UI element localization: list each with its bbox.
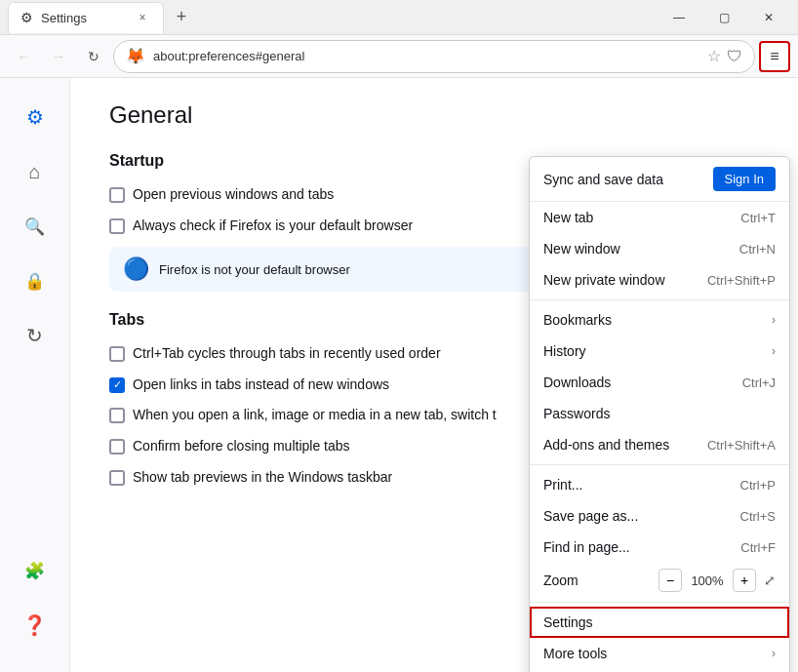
shield-icon[interactable]: 🛡	[727, 48, 742, 65]
downloads-label: Downloads	[543, 375, 611, 390]
menu-item-history[interactable]: History ›	[530, 336, 789, 367]
settings-tab-label: Settings	[41, 11, 87, 25]
default-browser-checkbox[interactable]	[109, 218, 125, 234]
menu-item-more-tools[interactable]: More tools ›	[530, 638, 789, 669]
default-browser-label: Always check if Firefox is your default …	[133, 217, 413, 236]
menu-item-find[interactable]: Find in page... Ctrl+F	[530, 532, 789, 563]
open-links-label: Open links in tabs instead of new window…	[133, 376, 389, 395]
settings-tab[interactable]: ⚙ Settings ×	[8, 2, 164, 33]
sidebar-item-help[interactable]: ❓	[12, 602, 59, 649]
menu-item-new-tab[interactable]: New tab Ctrl+T	[530, 202, 789, 233]
print-shortcut: Ctrl+P	[740, 478, 776, 493]
minimize-button[interactable]: —	[658, 4, 700, 31]
menu-divider-3	[530, 602, 789, 603]
new-tab-shortcut: Ctrl+T	[740, 211, 776, 225]
sidebar-item-home[interactable]: ⌂	[12, 148, 59, 195]
close-button[interactable]: ✕	[747, 4, 790, 31]
zoom-label: Zoom	[543, 573, 579, 588]
switch-tab-label: When you open a link, image or media in …	[133, 406, 497, 425]
address-bar-right: ☆ 🛡	[707, 47, 742, 65]
menu-item-addons[interactable]: Add-ons and themes Ctrl+Shift+A	[530, 429, 789, 460]
more-tools-label: More tools	[543, 646, 607, 661]
sidebar-item-sync[interactable]: ↻	[12, 312, 59, 359]
hamburger-menu-button[interactable]: ≡	[759, 41, 790, 72]
notice-icon: 🔵	[123, 257, 149, 282]
sync-label: Sync and save data	[543, 172, 663, 187]
settings-tab-icon: ⚙	[20, 10, 33, 25]
menu-divider-2	[530, 464, 789, 465]
zoom-plus-button[interactable]: +	[733, 569, 756, 592]
page-title: General	[109, 101, 759, 129]
menu-item-settings[interactable]: Settings	[530, 607, 789, 638]
new-window-label: New window	[543, 241, 620, 257]
window-controls: — ▢ ✕	[658, 4, 790, 31]
address-bar[interactable]: 🦊 about:preferences#general ☆ 🛡	[113, 40, 755, 73]
prev-windows-label: Open previous windows and tabs	[133, 185, 334, 205]
sidebar-item-extensions[interactable]: 🧩	[12, 547, 59, 594]
bookmarks-label: Bookmarks	[543, 312, 612, 328]
addons-shortcut: Ctrl+Shift+A	[707, 438, 776, 453]
close-tabs-label: Confirm before closing multiple tabs	[133, 437, 350, 456]
sidebar-bottom: 🧩 ❓	[12, 547, 59, 656]
zoom-expand-button[interactable]: ⤢	[764, 573, 776, 588]
menu-item-downloads[interactable]: Downloads Ctrl+J	[530, 367, 789, 398]
downloads-shortcut: Ctrl+J	[742, 376, 776, 390]
print-label: Print...	[543, 477, 582, 493]
zoom-minus-button[interactable]: −	[658, 569, 682, 592]
menu-item-save-page[interactable]: Save page as... Ctrl+S	[530, 500, 789, 532]
title-bar: ⚙ Settings × + — ▢ ✕	[0, 0, 798, 35]
menu-divider-1	[530, 299, 789, 300]
settings-label: Settings	[543, 614, 593, 630]
forward-button[interactable]: →	[43, 41, 74, 72]
save-page-shortcut: Ctrl+S	[740, 509, 776, 524]
tab-close-button[interactable]: ×	[134, 9, 151, 26]
save-page-label: Save page as...	[543, 508, 638, 524]
toolbar-right: ≡	[759, 41, 790, 72]
find-shortcut: Ctrl+F	[740, 540, 776, 555]
tab-previews-checkbox[interactable]	[109, 470, 125, 486]
address-text: about:preferences#general	[153, 49, 304, 63]
nav-bar: ← → ↻ 🦊 about:preferences#general ☆ 🛡 ≡	[0, 35, 798, 78]
more-tools-arrow: ›	[772, 647, 776, 660]
history-label: History	[543, 343, 586, 359]
open-links-checkbox[interactable]	[109, 377, 125, 393]
new-private-label: New private window	[543, 272, 665, 288]
close-tabs-checkbox[interactable]	[109, 439, 125, 455]
ctrl-tab-checkbox[interactable]	[109, 346, 125, 362]
notice-text: Firefox is not your default browser	[159, 262, 350, 277]
addons-label: Add-ons and themes	[543, 437, 669, 453]
main-area: ⚙ ⌂ 🔍 🔒 ↻ 🧩 ❓ General Startup Open previ…	[0, 78, 798, 672]
new-window-shortcut: Ctrl+N	[739, 242, 776, 257]
tab-previews-label: Show tab previews in the Windows taskbar	[133, 468, 392, 488]
sidebar-item-search[interactable]: 🔍	[12, 203, 59, 250]
find-label: Find in page...	[543, 539, 630, 555]
ctrl-tab-label: Ctrl+Tab cycles through tabs in recently…	[133, 344, 441, 364]
firefox-icon: 🦊	[126, 47, 145, 65]
sidebar-item-general[interactable]: ⚙	[12, 94, 59, 140]
switch-tab-checkbox[interactable]	[109, 408, 125, 423]
menu-item-print[interactable]: Print... Ctrl+P	[530, 469, 789, 500]
back-button[interactable]: ←	[8, 41, 39, 72]
passwords-label: Passwords	[543, 406, 610, 421]
new-private-shortcut: Ctrl+Shift+P	[707, 273, 776, 288]
bookmarks-arrow: ›	[772, 313, 776, 327]
menu-item-bookmarks[interactable]: Bookmarks ›	[530, 304, 789, 336]
prev-windows-checkbox[interactable]	[109, 187, 125, 203]
menu-sync-header: Sync and save data Sign In	[530, 157, 789, 202]
zoom-value: 100%	[690, 573, 725, 588]
new-tab-label: New tab	[543, 210, 593, 225]
zoom-buttons: − 100% + ⤢	[658, 569, 776, 592]
new-tab-button[interactable]: +	[168, 4, 195, 31]
hamburger-menu: Sync and save data Sign In New tab Ctrl+…	[529, 156, 790, 672]
reload-button[interactable]: ↻	[78, 41, 109, 72]
sidebar: ⚙ ⌂ 🔍 🔒 ↻ 🧩 ❓	[0, 78, 70, 672]
sidebar-item-privacy[interactable]: 🔒	[12, 257, 59, 304]
maximize-button[interactable]: ▢	[702, 4, 745, 31]
zoom-control: Zoom − 100% + ⤢	[530, 563, 789, 598]
menu-item-passwords[interactable]: Passwords	[530, 398, 789, 429]
star-icon[interactable]: ☆	[707, 47, 721, 65]
history-arrow: ›	[772, 344, 776, 358]
menu-item-new-private[interactable]: New private window Ctrl+Shift+P	[530, 264, 789, 296]
menu-item-new-window[interactable]: New window Ctrl+N	[530, 233, 789, 264]
sign-in-button[interactable]: Sign In	[713, 167, 776, 191]
